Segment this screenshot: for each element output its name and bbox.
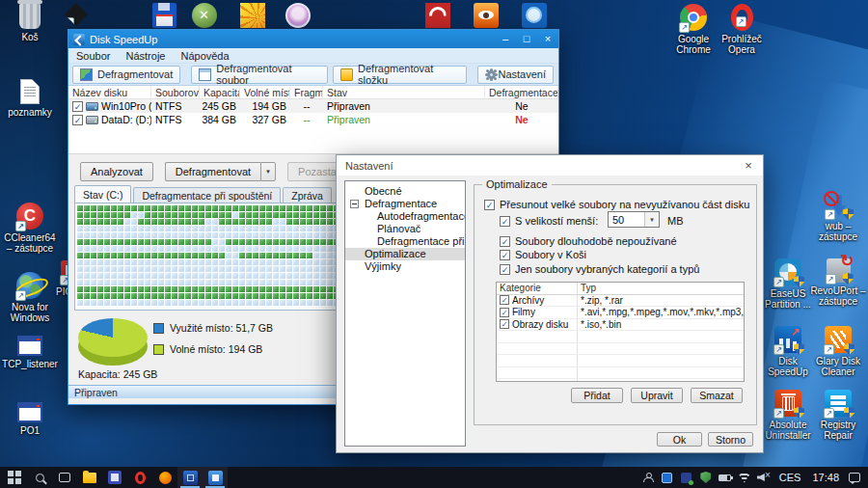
column-header[interactable]: Kapacita [200,86,240,98]
edit-button[interactable]: Upravit [631,388,683,403]
minimize-button[interactable]: – [495,30,516,48]
window-titlebar[interactable]: Disk SpeedUp – □ × [68,30,558,48]
category-checkbox[interactable]: ✓ [500,295,509,305]
checkbox-label: Přesunout velké soubory na nevyužívanou … [500,199,749,210]
blue-tool-icon[interactable] [521,2,547,28]
tree-expander-icon[interactable] [350,200,359,208]
action-center-button[interactable] [845,467,864,488]
toolbar-settings-button[interactable]: Nastavení [477,66,554,84]
chevron-down-icon[interactable]: ▼ [644,212,659,227]
cancel-button[interactable]: Storno [708,432,753,447]
desktop-icon[interactable]: ↗Glary Disk Cleaner [810,326,866,377]
dialog-titlebar[interactable]: Nastavení × [337,155,763,176]
menu-item-0[interactable]: Soubor [68,50,118,62]
adobe-reader-icon[interactable] [424,2,450,28]
category-row[interactable]: ✓Filmy*.avi,*.mpg,*.mpeg,*.mov,*.mkv,*.m… [497,307,744,319]
tree-item-1[interactable]: Defragmentace [345,198,465,210]
clock[interactable]: 17:48 [806,472,845,483]
check-move-large-files[interactable]: ✓ Přesunout velké soubory na nevyužívano… [484,199,749,210]
column-header[interactable]: Defragmentace... [485,86,558,98]
desktop-icon[interactable]: ↗RevoUPort – zástupce [810,258,866,307]
taskbar-start-button[interactable] [2,467,27,488]
desktop-icon[interactable]: ↗Registry Repair [810,390,866,441]
dialog-close-button[interactable]: × [734,155,763,176]
check-long-unused[interactable]: ✓ Soubory dlouhodobě nepoužívané [500,235,677,247]
disk-row[interactable]: ✓Win10Pro (C:)NTFS245 GB194 GB--Připrave… [68,99,558,113]
delete-button[interactable]: Smazat [691,388,743,403]
check-size-smaller[interactable]: ✓ S velikostí menší: [500,215,598,227]
floppy-icon[interactable] [151,2,177,28]
close-button[interactable]: × [537,30,558,48]
tray-battery[interactable] [716,467,735,488]
desktop-icon[interactable]: ↗Disk SpeedUp [760,326,816,377]
tab-2[interactable]: Zpráva [283,187,332,203]
tree-item-6[interactable]: Výjimky [345,260,465,273]
taskbar-security-app-button[interactable] [152,467,177,488]
checkbox[interactable]: ✓ [500,216,510,227]
disk-checkbox[interactable]: ✓ [72,115,83,125]
category-checkbox[interactable]: ✓ [500,308,509,317]
disk-row[interactable]: ✓DataD: (D:)NTFS384 GB327 GB--PřipravenN… [68,113,558,126]
add-button[interactable]: Přidat [571,388,623,403]
taskbar-disk-speedup-button[interactable] [177,467,203,488]
desktop-icon[interactable]: PO1 [2,402,58,436]
toolbar-defragment-button[interactable]: Defragmentovat [72,66,180,84]
tree-item-5[interactable]: Optimalizace [345,248,465,260]
checkbox[interactable]: ✓ [500,236,510,247]
category-checkbox[interactable]: ✓ [500,319,509,329]
column-header[interactable]: Souborov... [151,86,200,98]
taskbar-media-app-button[interactable] [102,467,127,488]
defragment-dropdown-arrow[interactable]: ▼ [260,162,276,181]
disk-checkbox[interactable]: ✓ [72,101,83,112]
column-header[interactable]: Stav [323,86,485,98]
category-row[interactable]: ✓Archívy*.zip, *.rar [497,295,744,308]
desktop-icon[interactable]: ↗wub – zástupce [810,193,866,242]
tab-1[interactable]: Defragmentace při spouštění [133,187,281,203]
tree-item-2[interactable]: Autodefragmentace [345,210,465,223]
menu-item-2[interactable]: Nápověda [173,50,236,62]
tree-item-0[interactable]: Obecné [345,185,465,198]
column-header[interactable]: Volné místo [240,86,290,98]
tray-volume-muted[interactable] [754,467,773,488]
tab-0[interactable]: Stav (C:) [74,185,131,203]
column-header[interactable]: Fragme... [290,86,323,98]
column-header[interactable]: Název disku [68,86,151,98]
size-combobox[interactable]: 50 ▼ [608,211,660,228]
check-recycle-bin-files[interactable]: ✓ Soubory v Koši [500,249,586,260]
taskbar-opera-button[interactable] [127,467,152,488]
desktop-icon[interactable]: ↗CCleaner64 – zástupce [2,203,58,254]
checkbox[interactable]: ✓ [484,200,495,210]
language-indicator[interactable]: CES [773,472,807,483]
category-row[interactable]: ✓Obrazy disku*.iso,*.bin [497,319,744,332]
tray-wifi[interactable] [735,467,754,488]
defragment-button[interactable]: Defragmentovat [165,162,260,181]
desktop-icon[interactable]: TCP_listener [2,336,58,369]
yellow-app-icon[interactable] [239,2,265,28]
tray-tray-app-blue[interactable] [658,467,677,488]
tray-tray-app-badge[interactable] [677,467,696,488]
check-selected-categories[interactable]: ✓ Jen soubory vybraných kategorií a typů [500,263,699,275]
taskbar-search-button[interactable] [27,467,52,488]
taskbar-file-explorer-button[interactable] [77,467,102,488]
desktop-icon[interactable]: ↗Absolute Uninstaller [760,390,816,441]
ok-button[interactable]: Ok [657,432,702,447]
checkbox[interactable]: ✓ [500,264,510,275]
legend-label: Volné místo: 194 GB [170,343,262,355]
maximize-button[interactable]: □ [516,30,537,48]
tree-item-4[interactable]: Defragmentace při spouštění [345,235,465,248]
tray-defender-shield[interactable] [696,467,716,488]
tree-item-3[interactable]: Plánovač [345,223,465,235]
toolbar-defragment-folder-button[interactable]: Defragmentovat složku [333,66,467,84]
purple-app-icon[interactable] [285,2,311,28]
toolbar-defragment-file-button[interactable]: Defragmentovat soubor [191,66,328,84]
checkbox[interactable]: ✓ [500,250,510,260]
taskbar-disk-speedup-settings-button[interactable] [203,467,228,488]
taskbar-task-view-button[interactable] [52,467,77,488]
menu-item-1[interactable]: Nástroje [118,50,173,62]
green-ball-icon[interactable] [191,2,217,28]
tray-people[interactable] [638,467,658,488]
desktop-icon[interactable]: ↗Prohlížeč Opera [714,4,770,55]
irfanview-icon[interactable] [473,2,499,28]
analyze-button[interactable]: Analyzovat [80,162,153,181]
desktop-icon[interactable]: ↗EaseUS Partition ... [760,258,816,310]
